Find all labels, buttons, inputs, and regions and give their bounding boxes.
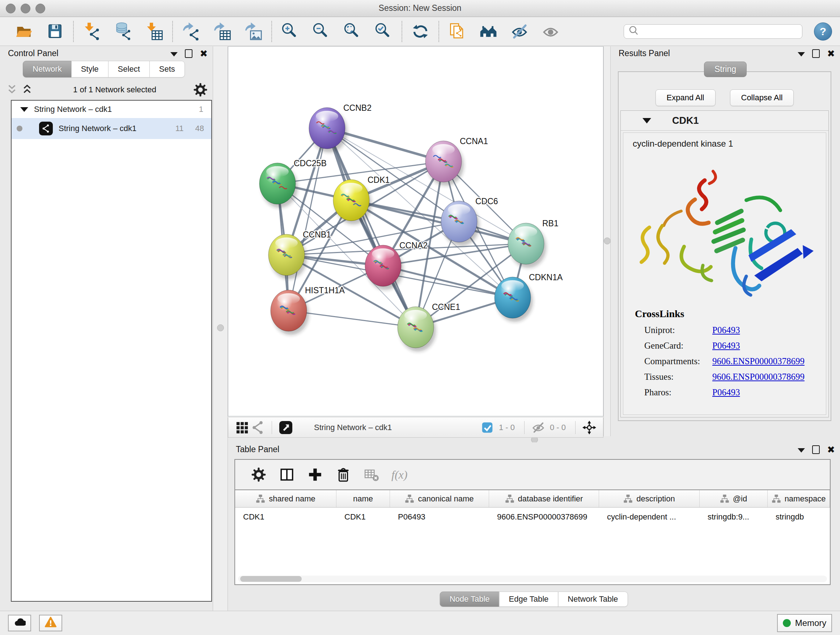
node-label: CDC6 [475,196,498,206]
tab-edge-table[interactable]: Edge Table [499,592,559,607]
import-network-button[interactable] [82,21,102,42]
table-gridx-button[interactable] [363,466,380,483]
column-header-shared-name[interactable]: shared name [235,490,336,507]
toolbar-right: ? [624,22,840,41]
column-header-@id[interactable]: @id [699,490,767,507]
table-gear-button[interactable] [250,466,267,483]
function-builder-button[interactable]: f(x) [392,468,407,481]
table-row[interactable]: CDK1CDK1P064939606.ENSP00000378699cyclin… [235,508,830,526]
close-panel-icon[interactable]: ✖ [827,446,835,454]
network-node-CCNE1[interactable]: CCNE1 [398,302,460,352]
expand-all-icon[interactable] [21,84,33,96]
column-header-description[interactable]: description [599,490,699,507]
scrollbar-thumb[interactable] [240,576,302,582]
column-header-name[interactable]: name [336,490,390,507]
save-session-button[interactable] [45,21,65,42]
warnings-button[interactable] [39,615,62,631]
crosslink-link[interactable]: P06493 [712,387,740,397]
collapse-section-icon[interactable] [643,118,651,124]
grid-view-icon[interactable] [234,420,250,435]
collapse-all-icon[interactable] [6,84,18,96]
hide-selected-button[interactable] [509,21,530,42]
fit-content-icon[interactable] [581,420,597,435]
memory-button[interactable]: Memory [777,614,832,632]
left-splitter-handle[interactable] [217,325,224,331]
crosslink-label: GeneCard: [644,340,712,351]
crosslink-link[interactable]: P06493 [712,340,740,351]
tab-network-table[interactable]: Network Table [558,592,628,607]
cloud-status-button[interactable] [8,615,31,631]
column-header-namespace[interactable]: namespace [767,490,830,507]
table-horizontal-scrollbar[interactable] [238,576,827,582]
network-edge[interactable] [327,128,416,327]
search-input[interactable] [640,25,802,38]
copy-network-button[interactable] [447,21,467,42]
crosslink-link[interactable]: 9606.ENSP00000378699 [712,356,805,366]
right-splitter[interactable] [603,46,611,436]
tab-string[interactable]: String [704,62,747,77]
export-network-button[interactable] [181,21,201,42]
table-plus-button[interactable] [307,466,324,483]
zoom-in-button[interactable] [280,21,300,42]
zoom-fit-button[interactable] [342,21,363,42]
network-overview-icon[interactable] [250,420,266,435]
help-button[interactable]: ? [814,22,832,41]
refresh-button[interactable] [410,21,431,42]
panel-menu-icon[interactable] [798,52,805,57]
network-node-CCNA2[interactable]: CCNA2 [365,241,428,290]
export-image-button[interactable] [243,21,264,42]
network-node-CDC6[interactable]: CDC6 [441,196,498,246]
import-table-button[interactable] [144,21,164,42]
selected-items-checkbox-icon[interactable] [479,420,495,435]
table-trash-button[interactable] [335,466,352,483]
network-node-CDKN1A[interactable]: CDKN1A [494,272,563,322]
network-options-gear-icon[interactable] [193,82,208,97]
tab-network[interactable]: Network [23,61,72,78]
table-columns-button[interactable] [279,466,295,483]
crosslink-link[interactable]: P06493 [712,325,740,335]
open-session-button[interactable] [14,21,34,42]
network-tree-row[interactable]: String Network – cdk1 1148 [11,118,211,139]
tab-select[interactable]: Select [108,61,150,78]
column-header-canonical-name[interactable]: canonical name [390,490,489,507]
crosslink-link[interactable]: 9606.ENSP00000378699 [712,372,805,382]
import-database-button[interactable] [113,21,133,42]
home-view-button[interactable] [478,21,499,42]
collapse-all-button[interactable]: Collapse All [730,89,794,106]
zoom-out-button[interactable] [311,21,332,42]
column-header-database-identifier[interactable]: database identifier [489,490,599,507]
network-node-CCNA1[interactable]: CCNA1 [425,136,488,186]
birdseye-view-icon[interactable] [278,420,294,435]
left-splitter[interactable] [213,46,228,611]
float-panel-icon[interactable] [812,445,820,454]
network-edge[interactable] [289,128,327,310]
node-label: CCNA2 [399,241,428,250]
window-title: Session: New Session [0,3,840,13]
panel-menu-icon[interactable] [798,448,805,453]
float-panel-icon[interactable] [185,49,193,58]
expand-collapse-icon[interactable] [20,107,28,112]
network-tree-row[interactable]: String Network – cdk1 1 [11,101,211,118]
network-node-HIST1H1A[interactable]: HIST1H1A [271,286,345,335]
export-table-button[interactable] [212,21,232,42]
hidden-items-icon[interactable] [531,420,546,435]
memory-label: Memory [795,618,827,628]
gene-section-header[interactable]: CDK1 [621,111,829,131]
close-panel-icon[interactable]: ✖ [827,50,835,57]
tab-node-table[interactable]: Node Table [440,592,500,607]
panel-menu-icon[interactable] [171,52,178,57]
float-panel-icon[interactable] [812,49,820,58]
network-node-CCNB2[interactable]: CCNB2 [309,103,371,152]
gene-section: CDK1 cyclin-dependent kinase 1 [621,111,829,417]
network-node-RB1[interactable]: RB1 [508,219,559,268]
network-node-CCNB1[interactable]: CCNB1 [268,230,331,279]
show-all-button[interactable] [540,21,561,42]
right-splitter-handle[interactable] [604,238,611,244]
zoom-selected-button[interactable] [373,21,393,42]
close-panel-icon[interactable]: ✖ [200,50,208,57]
tab-style[interactable]: Style [71,61,109,78]
network-canvas[interactable]: CCNB2 CCNA1 CDC25B CDK1 CDC6 [228,46,603,416]
search-box[interactable] [624,24,802,39]
expand-all-button[interactable]: Expand All [655,89,715,106]
tab-sets[interactable]: Sets [149,61,185,78]
